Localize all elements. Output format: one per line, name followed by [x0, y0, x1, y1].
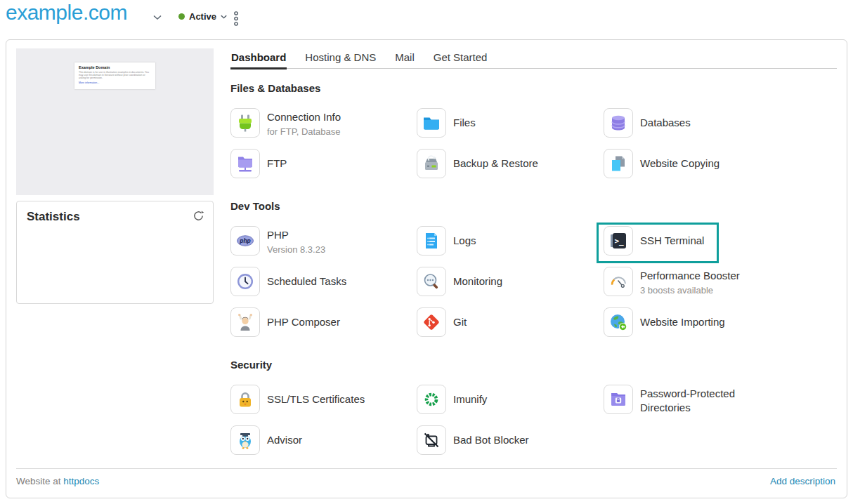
- feature-label: Databases: [640, 116, 691, 130]
- feature-backup-restore[interactable]: Backup & Restore: [417, 149, 599, 178]
- domain-title: example.com: [6, 1, 127, 25]
- feature-bad-bot-blocker[interactable]: Bad Bot Blocker: [417, 425, 599, 455]
- footer-website-path: Website at httpdocs: [16, 476, 99, 486]
- grid-row: Scheduled Tasks Monitoring: [230, 267, 837, 296]
- feature-label: Files: [453, 116, 476, 130]
- ftp-folder-icon: [230, 149, 260, 178]
- feature-performance-booster[interactable]: Performance Booster 3 boosts available: [604, 267, 837, 296]
- feature-label: SSL/TLS Certificates: [267, 392, 365, 406]
- feature-password-protected-directories[interactable]: Password-Protected Directories: [604, 385, 837, 414]
- active-status-dot-icon: [178, 13, 185, 20]
- website-preview[interactable]: Example Domain This domain is for use in…: [16, 48, 214, 195]
- footer-divider: [16, 468, 837, 469]
- log-document-icon: [417, 226, 446, 256]
- feature-imunify[interactable]: Imunify: [417, 385, 599, 414]
- page-header: example.com Active: [0, 0, 853, 39]
- feature-label: Advisor: [267, 433, 302, 447]
- feature-logs[interactable]: Logs: [417, 226, 599, 256]
- feature-databases[interactable]: Databases: [604, 108, 837, 138]
- feature-label: PHP Composer: [267, 315, 340, 329]
- statistics-title: Statistics: [27, 210, 80, 224]
- feature-scheduled-tasks[interactable]: Scheduled Tasks: [230, 267, 413, 296]
- feature-label: Website Copying: [640, 157, 719, 171]
- imunify-icon: [417, 385, 446, 414]
- refresh-icon[interactable]: [193, 210, 204, 222]
- preview-site-body: This domain is for use in illustrative e…: [79, 71, 151, 80]
- footer-actions: Add description: [770, 476, 835, 486]
- php-icon: php: [230, 226, 260, 256]
- feature-label: Backup & Restore: [453, 157, 538, 171]
- feature-sublabel: for FTP, Database: [267, 126, 341, 137]
- feature-label: Bad Bot Blocker: [453, 433, 529, 447]
- owl-icon: [230, 425, 260, 455]
- domain-chevron-down-icon[interactable]: [153, 15, 162, 20]
- tab-dashboard[interactable]: Dashboard: [230, 50, 287, 68]
- feature-website-importing[interactable]: Website Importing: [604, 307, 837, 337]
- more-actions-kebab-icon[interactable]: [233, 11, 240, 27]
- feature-ftp[interactable]: FTP: [230, 149, 413, 178]
- backup-drive-icon: [417, 149, 446, 178]
- feature-label: Website Importing: [640, 315, 725, 329]
- section-title-security: Security: [230, 359, 272, 371]
- gauge-icon: [604, 267, 633, 296]
- grid-row: Connection Info for FTP, Database Files: [230, 108, 837, 138]
- httpdocs-link[interactable]: httpdocs: [63, 476, 99, 486]
- section-title-files-databases: Files & Databases: [230, 82, 320, 94]
- tab-bar: Dashboard Hosting & DNS Mail Get Started: [230, 50, 837, 69]
- copy-pages-icon: [604, 149, 633, 178]
- plug-icon: [230, 108, 260, 138]
- status-chevron-down-icon: [221, 15, 227, 19]
- feature-monitoring[interactable]: Monitoring: [417, 267, 599, 296]
- clock-icon: [230, 267, 260, 296]
- feature-label: Monitoring: [453, 274, 502, 289]
- preview-site-title: Example Domain: [79, 65, 151, 69]
- feature-label: PHP: [267, 228, 325, 242]
- git-icon: [417, 307, 446, 337]
- status-label: Active: [189, 11, 216, 22]
- globe-import-icon: [604, 307, 633, 337]
- feature-label: Password-Protected Directories: [640, 387, 760, 415]
- feature-label: Scheduled Tasks: [267, 274, 346, 289]
- svg-text:php: php: [239, 237, 251, 244]
- feature-sublabel: Version 8.3.23: [267, 244, 325, 255]
- feature-php-composer[interactable]: PHP Composer: [230, 307, 413, 337]
- padlock-icon: [230, 385, 260, 414]
- feature-files[interactable]: Files: [417, 108, 599, 138]
- feature-label: Logs: [453, 234, 476, 248]
- feature-label: Imunify: [453, 392, 487, 406]
- feature-ssh-terminal[interactable]: >_ SSH Terminal: [604, 226, 837, 256]
- folder-icon: [417, 108, 446, 138]
- website-preview-thumbnail: Example Domain This domain is for use in…: [74, 62, 155, 89]
- tab-hosting-dns[interactable]: Hosting & DNS: [304, 50, 377, 68]
- statistics-panel: Statistics: [16, 201, 214, 304]
- section-title-dev-tools: Dev Tools: [230, 200, 280, 212]
- grid-row: SSL/TLS Certificates Imunify: [230, 385, 837, 414]
- database-icon: [604, 108, 633, 138]
- dashboard-content: Dashboard Hosting & DNS Mail Get Started…: [230, 50, 837, 471]
- magnifier-icon: [417, 267, 446, 296]
- feature-sublabel: 3 boosts available: [640, 285, 740, 296]
- tab-get-started[interactable]: Get Started: [433, 50, 488, 68]
- grid-row: FTP Backup & Restore: [230, 149, 837, 178]
- feature-ssl-tls-certificates[interactable]: SSL/TLS Certificates: [230, 385, 413, 414]
- feature-label: FTP: [267, 157, 287, 171]
- grid-row: php PHP Version 8.3.23: [230, 226, 837, 256]
- feature-advisor[interactable]: Advisor: [230, 425, 413, 455]
- grid-row: Advisor Bad Bot Blocker: [230, 425, 837, 455]
- preview-site-link: More information...: [79, 81, 151, 84]
- grid-row: PHP Composer Git: [230, 307, 837, 337]
- status-dropdown[interactable]: Active: [178, 11, 227, 22]
- website-at-label: Website at: [16, 476, 63, 486]
- add-description-link[interactable]: Add description: [770, 476, 835, 486]
- feature-label: Connection Info: [267, 110, 341, 124]
- protected-folder-icon: [604, 385, 633, 414]
- svg-text:>_: >_: [615, 237, 625, 246]
- feature-connection-info[interactable]: Connection Info for FTP, Database: [230, 108, 413, 138]
- feature-git[interactable]: Git: [417, 307, 599, 337]
- feature-website-copying[interactable]: Website Copying: [604, 149, 837, 178]
- tab-mail[interactable]: Mail: [394, 50, 415, 68]
- feature-label: SSH Terminal: [640, 234, 704, 248]
- composer-conductor-icon: [230, 307, 260, 337]
- feature-php[interactable]: php PHP Version 8.3.23: [230, 226, 413, 256]
- feature-label: Git: [453, 315, 467, 329]
